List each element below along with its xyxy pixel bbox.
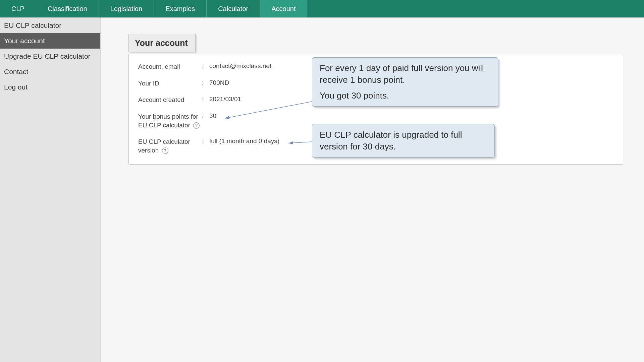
colon: :: [202, 137, 209, 145]
nav-tab-calculator[interactable]: Calculator: [207, 0, 260, 17]
value-id: 700ND: [209, 79, 229, 86]
sidebar-item-upgrade[interactable]: Upgrade EU CLP calculator: [0, 49, 100, 64]
label-bonus: Your bonus points for EU CLP calculator …: [138, 112, 202, 129]
label-created: Account created: [138, 96, 202, 104]
main-area: Your account Account, email : contact@mi…: [101, 18, 644, 362]
callout-version: EU CLP calculator is upgraded to full ve…: [312, 124, 495, 158]
sidebar-item-logout[interactable]: Log out: [0, 79, 100, 95]
colon: :: [202, 79, 209, 86]
colon: :: [202, 96, 209, 103]
nav-tab-examples[interactable]: Examples: [154, 0, 207, 17]
sidebar: EU CLP calculator Your account Upgrade E…: [0, 18, 101, 362]
label-email: Account, email: [138, 62, 202, 71]
colon: :: [202, 62, 209, 70]
callout-bonus-line1: For every 1 day of paid full version you…: [320, 62, 490, 86]
colon: :: [202, 112, 209, 120]
label-version: EU CLP calculator version ?: [138, 137, 202, 155]
top-nav: CLP Classification Legislation Examples …: [0, 0, 644, 18]
sidebar-item-calculator[interactable]: EU CLP calculator: [0, 18, 100, 33]
callout-version-line1: EU CLP calculator is upgraded to full ve…: [320, 129, 487, 153]
panel-title: Your account: [128, 34, 196, 52]
nav-tab-account[interactable]: Account: [260, 0, 307, 17]
nav-tab-classification[interactable]: Classification: [36, 0, 99, 17]
nav-tab-legislation[interactable]: Legislation: [99, 0, 154, 17]
help-icon[interactable]: ?: [193, 122, 200, 129]
callout-bonus-line2: You got 30 points.: [320, 90, 490, 102]
help-icon[interactable]: ?: [162, 147, 168, 154]
nav-tab-clp[interactable]: CLP: [0, 0, 36, 17]
value-email: contact@mixclass.net: [209, 62, 271, 70]
sidebar-item-your-account[interactable]: Your account: [0, 33, 100, 49]
callout-bonus: For every 1 day of paid full version you…: [312, 57, 498, 107]
label-id: Your ID: [138, 79, 202, 88]
value-bonus: 30: [209, 112, 216, 120]
value-version: full (1 month and 0 days): [209, 137, 279, 145]
sidebar-item-contact[interactable]: Contact: [0, 64, 100, 79]
value-created: 2021/03/01: [209, 96, 241, 103]
